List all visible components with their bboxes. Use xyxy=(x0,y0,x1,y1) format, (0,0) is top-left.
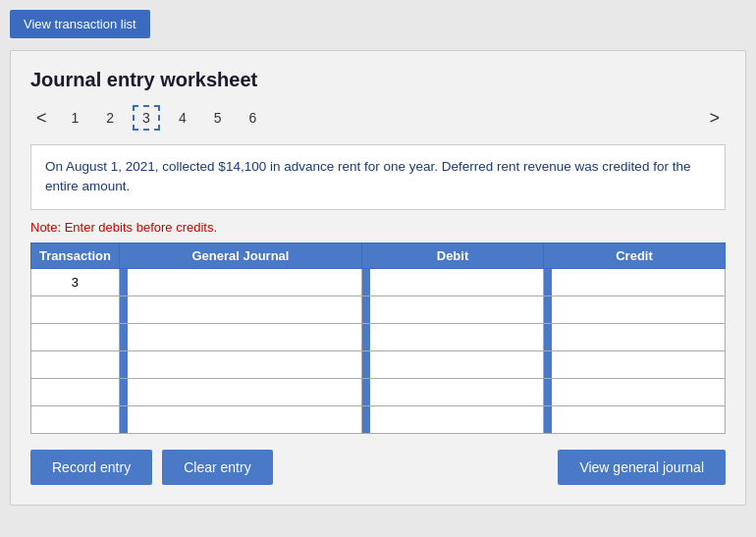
credit-input[interactable] xyxy=(552,296,725,323)
worksheet-title: Journal entry worksheet xyxy=(30,69,726,91)
debit-input[interactable] xyxy=(370,379,543,405)
general-journal-input[interactable] xyxy=(128,351,361,378)
table-row xyxy=(31,350,726,378)
debit-input[interactable] xyxy=(370,324,543,350)
table-row xyxy=(31,378,726,405)
col-header-general-journal: General Journal xyxy=(119,242,361,268)
credit-input[interactable] xyxy=(552,406,725,433)
debit-input[interactable] xyxy=(370,269,543,295)
credit-input[interactable] xyxy=(552,324,725,350)
debit-input[interactable] xyxy=(370,296,543,323)
pagination: < 1 2 3 4 5 6 > xyxy=(30,105,726,131)
view-transaction-list-button[interactable]: View transaction list xyxy=(10,10,150,38)
credit-input[interactable] xyxy=(552,351,725,378)
scenario-text: On August 1, 2021, collected $14,100 in … xyxy=(45,159,690,193)
clear-entry-button[interactable]: Clear entry xyxy=(162,450,272,485)
page-5[interactable]: 5 xyxy=(205,106,231,130)
table-row: 3 xyxy=(31,268,726,295)
page-3[interactable]: 3 xyxy=(133,105,160,131)
credit-input[interactable] xyxy=(552,269,725,295)
table-row xyxy=(31,405,726,433)
general-journal-input[interactable] xyxy=(128,406,361,433)
general-journal-input[interactable] xyxy=(128,379,361,405)
journal-table: Transaction General Journal Debit Credit… xyxy=(30,242,726,434)
transaction-cell xyxy=(31,323,120,350)
page-4[interactable]: 4 xyxy=(170,106,195,130)
credit-input[interactable] xyxy=(552,379,725,405)
col-header-transaction: Transaction xyxy=(31,242,120,268)
prev-page-button[interactable]: < xyxy=(30,106,53,131)
record-entry-button[interactable]: Record entry xyxy=(30,450,152,485)
view-general-journal-button[interactable]: View general journal xyxy=(558,450,726,485)
action-buttons: Record entry Clear entry View general jo… xyxy=(30,450,726,485)
transaction-cell xyxy=(31,295,120,323)
transaction-cell xyxy=(31,378,120,405)
col-header-credit: Credit xyxy=(544,242,726,268)
table-row xyxy=(31,295,726,323)
page-6[interactable]: 6 xyxy=(241,106,266,130)
debit-input[interactable] xyxy=(370,351,543,378)
general-journal-input[interactable] xyxy=(128,296,361,323)
debit-input[interactable] xyxy=(370,406,543,433)
scenario-box: On August 1, 2021, collected $14,100 in … xyxy=(30,144,726,210)
col-header-debit: Debit xyxy=(362,242,544,268)
transaction-cell xyxy=(31,405,120,433)
page-1[interactable]: 1 xyxy=(63,106,88,130)
table-row xyxy=(31,323,726,350)
page-2[interactable]: 2 xyxy=(97,106,123,130)
transaction-cell xyxy=(31,350,120,378)
note-text: Note: Enter debits before credits. xyxy=(30,220,726,235)
worksheet-container: Journal entry worksheet < 1 2 3 4 5 6 > … xyxy=(10,50,746,506)
transaction-cell: 3 xyxy=(31,268,120,295)
general-journal-input[interactable] xyxy=(128,269,361,295)
next-page-button[interactable]: > xyxy=(703,106,726,131)
general-journal-input[interactable] xyxy=(128,324,361,350)
